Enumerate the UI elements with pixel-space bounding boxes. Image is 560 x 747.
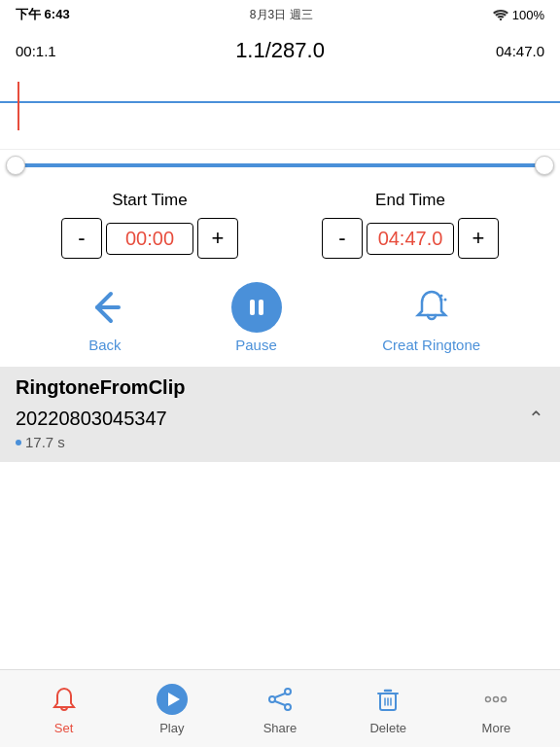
play-icon bbox=[155, 682, 190, 717]
status-date: 8月3日 週三 bbox=[250, 7, 313, 23]
svg-point-4 bbox=[443, 299, 446, 302]
play-button[interactable]: Play bbox=[118, 682, 226, 735]
svg-point-8 bbox=[285, 689, 291, 694]
action-buttons: Back Pause Creat Ringtone bbox=[0, 268, 560, 367]
waveform-line bbox=[0, 101, 560, 103]
time-controls: Start Time - 00:00 + End Time - 04:47.0 … bbox=[0, 181, 560, 268]
position-left: 00:1.1 bbox=[16, 43, 56, 59]
delete-label: Delete bbox=[369, 721, 406, 735]
svg-point-20 bbox=[494, 697, 499, 702]
delete-button[interactable]: Delete bbox=[334, 682, 442, 735]
create-ringtone-button[interactable]: Creat Ringtone bbox=[382, 282, 480, 353]
playhead bbox=[18, 82, 19, 130]
svg-point-19 bbox=[486, 697, 491, 702]
svg-point-3 bbox=[439, 295, 442, 298]
song-duration: 17.7 s bbox=[16, 434, 544, 456]
range-fill bbox=[16, 163, 544, 167]
set-button[interactable]: Set bbox=[10, 682, 118, 735]
range-slider-area[interactable] bbox=[0, 150, 560, 181]
more-icon bbox=[478, 682, 513, 717]
create-ringtone-icon bbox=[406, 282, 457, 333]
end-time-group: End Time - 04:47.0 + bbox=[322, 191, 499, 259]
status-indicators: 100% bbox=[493, 8, 544, 22]
back-icon bbox=[80, 282, 130, 333]
start-time-input-row: - 00:00 + bbox=[61, 218, 238, 259]
position-right: 04:47.0 bbox=[496, 43, 544, 59]
duration-value: 17.7 s bbox=[25, 434, 65, 450]
range-track[interactable] bbox=[16, 163, 544, 167]
chevron-up-icon[interactable]: ⌃ bbox=[528, 407, 544, 430]
delete-icon bbox=[370, 682, 405, 717]
status-time: 下午 6:43 bbox=[16, 6, 70, 23]
end-time-value: 04:47.0 bbox=[367, 223, 454, 255]
more-button[interactable]: More bbox=[442, 682, 550, 735]
song-section: RingtoneFromClip 20220803045347 ⌃ 17.7 s bbox=[0, 367, 560, 462]
svg-point-5 bbox=[439, 299, 442, 302]
song-filename: 20220803045347 bbox=[16, 408, 167, 430]
end-time-plus-button[interactable]: + bbox=[458, 218, 499, 259]
bottom-toolbar: Set Play Share bbox=[0, 669, 560, 747]
range-thumb-left[interactable] bbox=[6, 156, 25, 175]
play-label: Play bbox=[159, 721, 184, 735]
back-button[interactable]: Back bbox=[80, 282, 130, 353]
more-label: More bbox=[482, 721, 511, 735]
pause-button[interactable]: Pause bbox=[231, 282, 282, 353]
back-label: Back bbox=[88, 337, 121, 353]
share-label: Share bbox=[263, 721, 298, 735]
duration-bullet bbox=[16, 440, 21, 445]
svg-line-11 bbox=[275, 694, 285, 697]
create-ringtone-label: Creat Ringtone bbox=[382, 337, 480, 353]
wifi-icon bbox=[493, 9, 508, 20]
end-time-minus-button[interactable]: - bbox=[322, 218, 363, 259]
svg-line-12 bbox=[275, 701, 285, 705]
svg-point-0 bbox=[500, 18, 502, 20]
set-label: Set bbox=[54, 721, 74, 735]
set-icon bbox=[47, 682, 82, 717]
end-time-label: End Time bbox=[375, 191, 445, 210]
start-time-group: Start Time - 00:00 + bbox=[61, 191, 238, 259]
waveform-area[interactable] bbox=[0, 72, 560, 150]
share-icon bbox=[262, 682, 298, 717]
position-center: 1.1/287.0 bbox=[235, 38, 325, 63]
pause-label: Pause bbox=[235, 337, 277, 353]
svg-rect-2 bbox=[259, 300, 263, 315]
pause-icon bbox=[231, 282, 282, 333]
end-time-input-row: - 04:47.0 + bbox=[322, 218, 499, 259]
status-bar: 下午 6:43 8月3日 週三 100% bbox=[0, 0, 560, 29]
range-thumb-right[interactable] bbox=[535, 156, 554, 175]
battery-indicator: 100% bbox=[512, 8, 544, 22]
start-time-minus-button[interactable]: - bbox=[61, 218, 102, 259]
svg-point-9 bbox=[269, 696, 275, 702]
share-button[interactable]: Share bbox=[226, 682, 333, 735]
svg-rect-1 bbox=[250, 300, 255, 315]
song-section-title: RingtoneFromClip bbox=[16, 376, 544, 399]
svg-point-10 bbox=[285, 704, 291, 710]
start-time-label: Start Time bbox=[112, 191, 187, 210]
start-time-value: 00:00 bbox=[106, 223, 193, 255]
svg-point-21 bbox=[502, 697, 507, 702]
start-time-plus-button[interactable]: + bbox=[197, 218, 238, 259]
position-bar: 00:1.1 1.1/287.0 04:47.0 bbox=[0, 29, 560, 72]
song-name-row: 20220803045347 ⌃ bbox=[16, 399, 544, 434]
